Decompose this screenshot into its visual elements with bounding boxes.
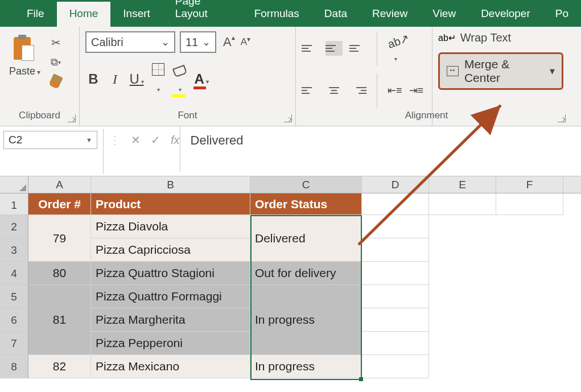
cell[interactable]: Order # [28,193,91,215]
align-bottom-button[interactable] [349,41,366,56]
cell[interactable]: Delivered [250,215,362,262]
cell[interactable] [496,193,563,215]
cell[interactable] [362,355,429,378]
tab-formulas[interactable]: Formulas [242,2,312,27]
font-dialog-launcher[interactable] [284,114,292,122]
borders-button[interactable] [150,63,166,95]
tab-review[interactable]: Review [360,2,420,27]
cell[interactable]: Pizza Diavola [91,215,250,238]
tab-view[interactable]: View [420,2,468,27]
cell[interactable]: Out for delivery [250,262,362,285]
align-right-button[interactable] [349,83,366,98]
col-header-D[interactable]: D [362,176,429,193]
insert-function-button[interactable]: fx [171,134,180,147]
worksheet: A B C D E F 1 2 3 4 5 6 7 8 Order # Prod… [0,176,581,378]
cell[interactable] [362,193,429,215]
cell[interactable]: In progress [250,285,362,355]
fill-color-button[interactable] [172,63,188,95]
font-name-select[interactable]: Calibri⌄ [85,31,175,53]
cell[interactable]: Pizza Quattro Formaggi [91,285,250,308]
group-label-font: Font [85,110,290,123]
bucket-icon [172,65,187,78]
tab-data[interactable]: Data [312,2,360,27]
enter-formula-button[interactable]: ✓ [151,133,160,147]
format-painter-button[interactable] [47,73,64,89]
cut-button[interactable]: ✂ [47,35,64,51]
merge-icon [447,66,459,76]
tab-insert[interactable]: Insert [110,2,163,27]
align-top-button[interactable] [302,41,319,56]
copy-button[interactable]: ⧉ [47,54,64,70]
cell[interactable]: 79 [28,215,91,262]
tab-developer[interactable]: Developer [468,2,543,27]
brush-icon [49,73,64,89]
paste-icon [13,34,38,63]
font-color-button[interactable]: A [193,71,209,87]
tab-home[interactable]: Home [57,2,111,27]
cell[interactable] [362,262,429,285]
cell[interactable] [362,285,429,308]
ribbon: Paste ✂ ⧉ Clipboard Calibri⌄ 11⌄ A▴ A▾ B… [0,27,581,126]
formula-input[interactable]: Delivered [180,126,581,172]
cell[interactable]: In progress [250,355,362,378]
cell[interactable] [362,332,429,355]
merge-center-button[interactable]: Merge & Center ▾ [438,52,563,90]
cell[interactable] [429,193,496,215]
tab-more[interactable]: Po [543,2,581,27]
align-center-button[interactable] [325,83,343,98]
cell[interactable]: Product [91,193,250,215]
italic-button[interactable]: I [107,72,123,87]
align-middle-button[interactable] [325,41,343,56]
row-header[interactable]: 7 [0,332,28,355]
row-header[interactable]: 6 [0,308,28,332]
row-header[interactable]: 4 [0,262,28,285]
increase-indent-button[interactable]: ⇥≡ [409,84,424,97]
clipboard-dialog-launcher[interactable] [68,114,76,122]
col-header-F[interactable]: F [496,176,563,193]
underline-button[interactable]: U [129,71,145,87]
col-header-E[interactable]: E [429,176,496,193]
cell[interactable]: 80 [28,262,91,285]
cell[interactable]: Pizza Pepperoni [91,332,250,355]
cell[interactable]: 82 [28,355,91,378]
chevron-down-icon: ▾ [550,65,555,77]
decrease-indent-button[interactable]: ⇤≡ [388,84,402,97]
paste-label: Paste [9,65,40,77]
decrease-font-button[interactable]: A▾ [238,35,249,49]
row-header[interactable]: 1 [0,193,28,215]
select-all-corner[interactable] [0,176,28,193]
formula-bar: C2▼ ⋮ ✕ ✓ fx Delivered [0,126,581,176]
cell[interactable]: Pizza Margherita [91,308,250,332]
chevron-down-icon: ⌄ [202,36,211,48]
cell[interactable] [362,308,429,332]
paste-button[interactable]: Paste [6,31,44,80]
col-header-A[interactable]: A [28,176,91,193]
row-header[interactable]: 5 [0,285,28,308]
alignment-dialog-launcher[interactable] [558,114,566,122]
bold-button[interactable]: B [85,71,101,87]
cell[interactable] [362,238,429,262]
cell[interactable] [362,215,429,238]
tab-file[interactable]: File [14,2,57,27]
border-icon [152,63,164,76]
cancel-formula-button[interactable]: ✕ [131,133,141,147]
row-header[interactable]: 8 [0,355,28,378]
chevron-down-icon: ⌄ [161,36,170,48]
col-header-C[interactable]: C [250,176,362,193]
name-box[interactable]: C2▼ [3,131,97,149]
align-left-button[interactable] [302,83,319,98]
row-header[interactable]: 3 [0,238,28,262]
orientation-button[interactable]: ab↗ [388,32,403,64]
cell[interactable]: Order Status [250,193,362,215]
cell[interactable]: Pizza Quattro Stagioni [91,262,250,285]
increase-font-button[interactable]: A▴ [221,34,234,51]
cell[interactable]: 81 [28,285,91,355]
cell[interactable]: Pizza Capricciosa [91,238,250,262]
col-header-B[interactable]: B [91,176,250,193]
tab-page-layout[interactable]: Page Layout [163,0,242,27]
cell[interactable]: Pizza Mexicano [91,355,250,378]
scissors-icon: ✂ [51,36,61,49]
wrap-text-button[interactable]: ab↵ Wrap Text [438,31,511,44]
row-header[interactable]: 2 [0,215,28,238]
font-size-select[interactable]: 11⌄ [180,31,216,53]
